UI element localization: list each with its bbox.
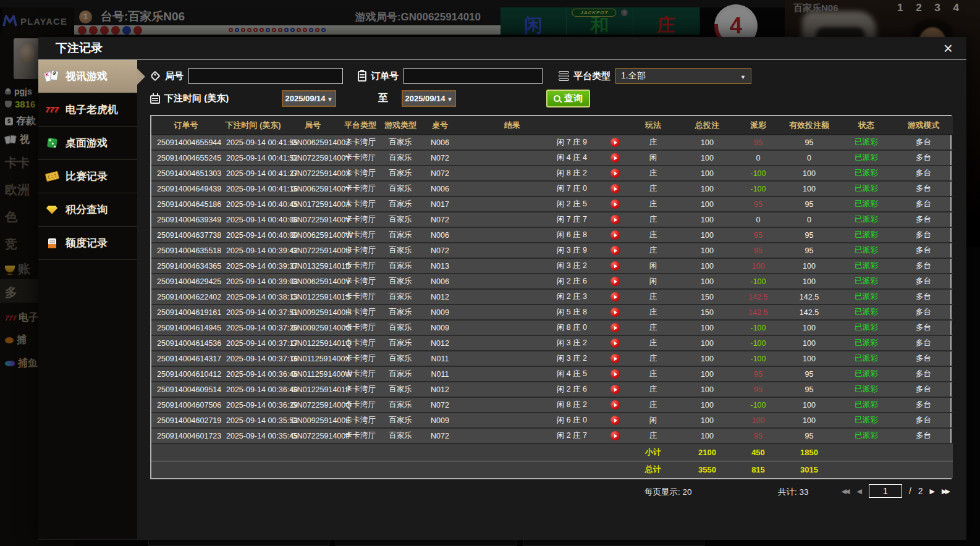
cell-status: 已派彩 (838, 274, 894, 289)
menu-item-credit-records[interactable]: 额度记录 (38, 227, 137, 260)
cell-mode: 多台 (894, 428, 953, 443)
cell-valid-bet: 142.5 (780, 304, 838, 320)
menu-item-table-games[interactable]: 桌面游戏 (38, 127, 137, 160)
cell-result: 闲 2 庄 7 (460, 428, 628, 443)
cell-table-no: N012 (420, 289, 460, 304)
cell-order-id: 250914004655944 (151, 135, 221, 150)
replay-play-icon[interactable] (610, 138, 620, 147)
cell-total-bet: 150 (678, 304, 737, 320)
cell-payout: 95 (737, 227, 780, 243)
cell-total-bet: 100 (678, 181, 737, 196)
cell-status: 已派彩 (838, 382, 894, 397)
replay-play-icon[interactable] (610, 169, 620, 178)
cell-mode: 多台 (894, 413, 953, 428)
cell-game-type: 百家乐 (381, 320, 420, 335)
cell-play: 庄 (628, 428, 678, 443)
replay-play-icon[interactable] (610, 416, 620, 425)
order-input[interactable] (403, 68, 543, 84)
next-page-icon[interactable]: ▶ (930, 487, 935, 495)
cell-valid-bet: 95 (780, 366, 838, 382)
table-row: 2509140046393492025-09-14 00:40:08GN0722… (151, 212, 953, 227)
cell-status: 已派彩 (838, 212, 894, 227)
menu-item-match-records[interactable]: 比赛记录 (38, 160, 137, 193)
cell-mode: 多台 (894, 289, 953, 304)
cell-status: 已派彩 (838, 258, 894, 274)
menu-item-points-query[interactable]: 积分查询 (38, 193, 137, 227)
close-icon[interactable]: × (944, 38, 953, 58)
replay-play-icon[interactable] (610, 400, 620, 410)
cell-payout: -100 (737, 181, 780, 196)
search-button[interactable]: 查询 (546, 90, 590, 107)
replay-play-icon[interactable] (610, 230, 620, 240)
page-number-input[interactable] (869, 484, 902, 498)
replay-play-icon[interactable] (610, 246, 620, 255)
menu-item-video-games[interactable]: 视讯游戏 (38, 60, 137, 93)
cell-game-type: 百家乐 (381, 212, 420, 227)
cell-play: 庄 (628, 166, 678, 181)
replay-play-icon[interactable] (610, 385, 620, 394)
replay-play-icon[interactable] (610, 261, 620, 271)
replay-play-icon[interactable] (610, 323, 620, 332)
replay-play-icon[interactable] (610, 200, 620, 209)
cell-game-type: 百家乐 (381, 258, 420, 274)
round-input[interactable] (188, 68, 343, 84)
cell-mode: 多台 (894, 304, 953, 320)
cell-round-id: GN0722591400X (285, 166, 340, 181)
document-icon (48, 238, 56, 248)
cell-total-bet: 100 (678, 196, 737, 212)
cell-play: 庄 (628, 196, 678, 212)
total-count-label: 共计: 33 (778, 487, 809, 498)
cell-round-id: GN0722591400V (285, 212, 340, 227)
cell-status: 已派彩 (838, 166, 894, 181)
date-to-picker[interactable]: 2025/09/14 (402, 90, 456, 107)
modal-content: 局号 订单号 平台类型 1.全部 下注时间 (美东) 2025/09/14 (137, 60, 966, 539)
subtotal-label: 小计 (628, 443, 678, 461)
first-page-icon[interactable]: ◀◀ (842, 487, 850, 495)
replay-play-icon[interactable] (610, 354, 620, 363)
replay-play-icon[interactable] (610, 153, 620, 162)
subtotal-total-bet: 2100 (678, 443, 737, 461)
cell-order-id: 250914004651303 (151, 166, 221, 181)
cell-round-id: GN0172591400A (285, 196, 340, 212)
replay-play-icon[interactable] (610, 277, 620, 286)
cell-payout: -100 (737, 351, 780, 366)
cell-valid-bet: 95 (780, 227, 838, 243)
cell-game-type: 百家乐 (381, 335, 420, 351)
cell-game-type: 百家乐 (381, 166, 420, 181)
menu-item-slots[interactable]: 电子老虎机 (38, 93, 137, 127)
bet-time-filter-label: 下注时间 (美东) (150, 93, 258, 104)
cell-platform: 卡卡湾厅 (340, 397, 381, 413)
replay-play-icon[interactable] (610, 184, 620, 193)
table-row: 2509140046095142025-09-14 00:36:40GN0122… (151, 382, 953, 397)
cell-valid-bet: 100 (780, 181, 838, 196)
replay-play-icon[interactable] (610, 215, 620, 224)
cards-icon (44, 70, 59, 83)
replay-play-icon[interactable] (610, 338, 620, 348)
last-page-icon[interactable]: ▶▶ (942, 487, 950, 495)
col-round-id: 局号 (285, 116, 340, 135)
cell-result: 闲 7 庄 9 (460, 135, 628, 150)
cell-payout: 0 (737, 150, 780, 166)
replay-play-icon[interactable] (610, 431, 620, 440)
cell-status: 已派彩 (838, 335, 894, 351)
cell-table-no: N006 (420, 181, 460, 196)
replay-play-icon[interactable] (610, 369, 620, 379)
cell-round-id: GN0122591401P (285, 382, 340, 397)
replay-play-icon[interactable] (610, 308, 620, 317)
ticket-icon (44, 171, 59, 182)
to-label: 至 (378, 92, 388, 105)
col-result: 结果 (460, 116, 628, 135)
cell-table-no: N072 (420, 212, 460, 227)
cell-order-id: 250914004637738 (151, 227, 221, 243)
chevron-down-icon (447, 94, 453, 103)
cell-bet-time: 2025-09-14 00:36:40 (221, 382, 285, 397)
replay-play-icon[interactable] (610, 292, 620, 301)
cell-mode: 多台 (894, 258, 953, 274)
date-from-picker[interactable]: 2025/09/14 (282, 90, 336, 107)
prev-page-icon[interactable]: ◀ (856, 487, 861, 495)
cell-table-no: N072 (420, 150, 460, 166)
page-separator: / (909, 486, 911, 496)
cell-status: 已派彩 (838, 150, 894, 166)
platform-select[interactable]: 1.全部 (615, 68, 751, 84)
cell-valid-bet: 100 (780, 274, 838, 289)
